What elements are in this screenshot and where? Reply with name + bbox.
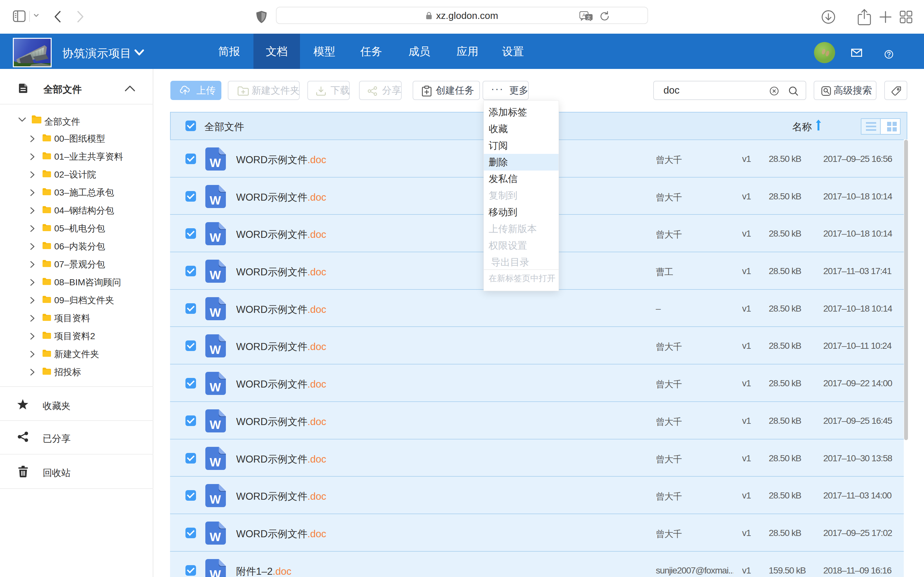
svg-text:W: W (210, 343, 221, 356)
svg-text:W: W (210, 381, 221, 394)
svg-text:W: W (210, 269, 221, 282)
svg-text:A: A (582, 12, 586, 18)
svg-text:W: W (210, 306, 221, 319)
svg-text:W: W (210, 156, 221, 169)
svg-text:W: W (210, 231, 221, 244)
svg-text:文: 文 (587, 15, 591, 20)
svg-text:W: W (210, 456, 221, 469)
svg-text:W: W (210, 194, 221, 207)
svg-text:W: W (210, 568, 221, 577)
svg-text:W: W (210, 530, 221, 544)
svg-text:W: W (210, 418, 221, 432)
svg-text:W: W (210, 493, 221, 506)
